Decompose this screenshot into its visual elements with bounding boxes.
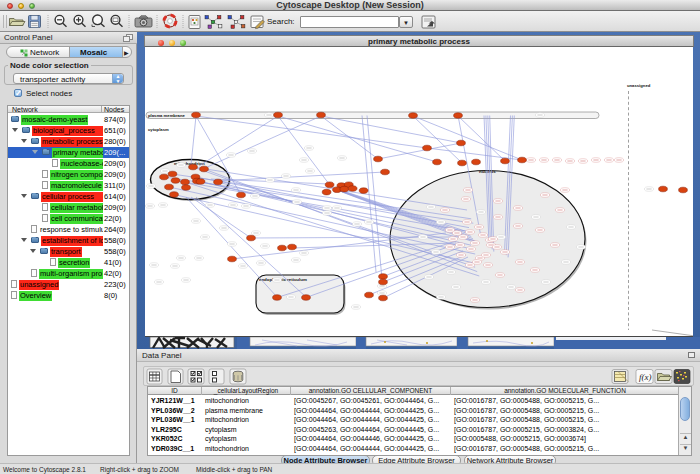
svg-text:unassigned: unassigned: [627, 83, 651, 88]
svg-text:endoplasmic reticulum: endoplasmic reticulum: [259, 277, 307, 282]
svg-text:plasma membrane: plasma membrane: [148, 113, 185, 118]
svg-text:f(x): f(x): [639, 372, 652, 382]
svg-text:cytoplasm: cytoplasm: [148, 127, 169, 132]
